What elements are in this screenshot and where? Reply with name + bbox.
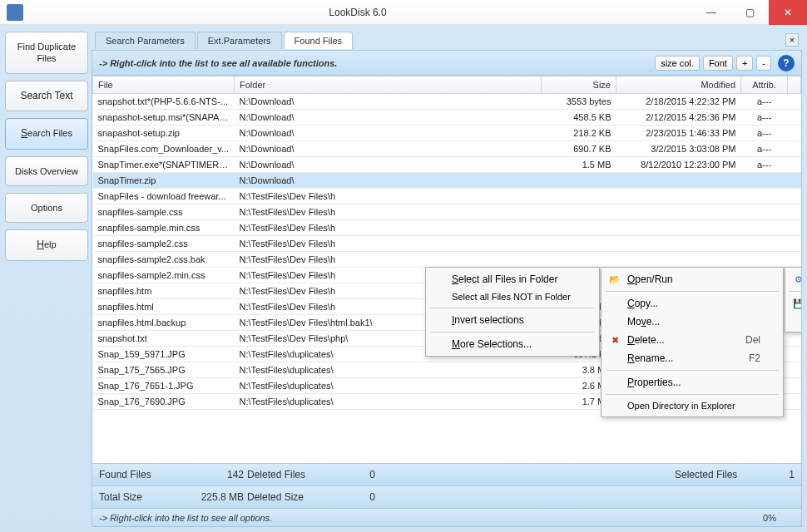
cell-file: snapshot.txt bbox=[93, 331, 235, 347]
menu-separator bbox=[606, 291, 779, 292]
cell-file: snapfiles-sample.css bbox=[93, 204, 235, 220]
table-row[interactable]: snapshot.txt*(PHP-5.6.6-NTS-...N:\Downlo… bbox=[93, 94, 801, 110]
cell-file: snapfiles-sample.min.css bbox=[93, 220, 235, 236]
font-minus-button[interactable]: - bbox=[756, 56, 771, 71]
cell-attrib bbox=[741, 220, 788, 236]
tab-close-icon[interactable]: × bbox=[785, 33, 799, 47]
cell-file: snapfiles-sample2.css.bak bbox=[93, 252, 235, 268]
context-menu-file: 📂Open/Run Copy... Move... ✖Delete...Del … bbox=[601, 267, 784, 417]
table-row[interactable]: snapashot-setup.zipN:\Download\218.2 KB2… bbox=[93, 126, 801, 141]
sidebar: Find Duplicate Files Search Text Search … bbox=[5, 30, 88, 527]
tab-ext-parameters[interactable]: Ext.Parameters bbox=[197, 32, 282, 49]
font-button[interactable]: Font bbox=[703, 56, 733, 71]
table-row[interactable]: SnapTimer.zipN:\Download\ bbox=[93, 173, 801, 189]
delete-icon: ✖ bbox=[609, 334, 621, 346]
sidebar-options[interactable]: Options bbox=[5, 193, 88, 223]
menu-print-list[interactable]: Print List... bbox=[788, 313, 801, 329]
menu-save-list[interactable]: 💾Save List... bbox=[788, 294, 801, 313]
cell-file: Snap_175_7565.JPG bbox=[93, 362, 235, 378]
menu-rename[interactable]: Rename...F2 bbox=[604, 349, 780, 367]
cell-file: snapashot-setup.msi*(SNAPAS... bbox=[93, 110, 235, 126]
cell-folder: N:\TestFiles\Dev Files\h bbox=[235, 189, 542, 204]
cell-modified bbox=[616, 173, 741, 189]
table-row[interactable]: snapashot-setup.msi*(SNAPAS...N:\Downloa… bbox=[93, 110, 801, 126]
cell-size: 3553 bytes bbox=[542, 94, 616, 110]
footer-tip: -> Right-click into the list to see all … bbox=[99, 513, 738, 523]
table-row[interactable]: SnapFiles - download freewar...N:\TestFi… bbox=[93, 189, 801, 204]
cell-folder: N:\Download\ bbox=[235, 157, 542, 173]
size-col-button[interactable]: size col. bbox=[655, 56, 700, 71]
cell-file: snapfiles-sample2.css bbox=[93, 236, 235, 252]
cell-folder: N:\TestFiles\duplicates\ bbox=[235, 362, 542, 378]
menu-open-run[interactable]: 📂Open/Run bbox=[604, 270, 780, 288]
col-file[interactable]: File bbox=[93, 76, 235, 94]
menu-separator bbox=[606, 370, 779, 371]
maximize-button[interactable]: ▢ bbox=[730, 0, 769, 25]
table-row[interactable]: SnapTimer.exe*(SNAPTIMER.ZIP)N:\Download… bbox=[93, 157, 801, 173]
font-plus-button[interactable]: + bbox=[736, 56, 753, 71]
table-row[interactable]: SnapFiles.com_Downloader_v...N:\Download… bbox=[93, 141, 801, 157]
table-row[interactable]: snapfiles-sample.cssN:\TestFiles\Dev Fil… bbox=[93, 204, 801, 220]
col-folder[interactable]: Folder bbox=[235, 76, 542, 94]
selected-files-label: Selected Files bbox=[675, 469, 758, 480]
menu-move[interactable]: Move... bbox=[604, 313, 780, 331]
table-row[interactable]: snapfiles-sample2.css.bakN:\TestFiles\De… bbox=[93, 252, 801, 268]
cell-file: snapfiles.htm bbox=[93, 283, 235, 299]
tab-search-parameters[interactable]: Search Parameters bbox=[95, 32, 196, 49]
menu-copy[interactable]: Copy... bbox=[604, 294, 780, 313]
col-scroll bbox=[788, 76, 801, 94]
sidebar-search-files[interactable]: Search Files bbox=[5, 118, 88, 150]
tab-found-files[interactable]: Found Files bbox=[284, 32, 353, 49]
cell-attrib: a--- bbox=[741, 110, 788, 126]
table-row[interactable]: snapfiles-sample2.cssN:\TestFiles\Dev Fi… bbox=[93, 236, 801, 252]
menu-more-selections[interactable]: More Selections... bbox=[428, 335, 597, 353]
window-title: LookDisk 6.0 bbox=[23, 7, 692, 18]
minimize-button[interactable]: — bbox=[692, 0, 730, 25]
col-modified[interactable]: Modified bbox=[616, 76, 741, 94]
file-table-wrap[interactable]: File Folder Size Modified Attrib. snapsh… bbox=[92, 76, 801, 463]
col-attrib[interactable]: Attrib. bbox=[741, 76, 788, 94]
help-icon[interactable]: ? bbox=[778, 55, 795, 71]
app-body: Find Duplicate Files Search Text Search … bbox=[0, 25, 807, 532]
cell-attrib: a--- bbox=[741, 157, 788, 173]
cell-modified: 3/2/2015 3:03:08 PM bbox=[616, 141, 741, 157]
deleted-size-value: 0 bbox=[325, 491, 375, 503]
cell-size bbox=[542, 252, 616, 268]
sidebar-search-text[interactable]: Search Text bbox=[5, 81, 88, 112]
found-files-label: Found Files bbox=[99, 469, 174, 480]
cell-modified: 2/23/2015 1:46:33 PM bbox=[616, 126, 741, 141]
menu-select-all-not-in-folder[interactable]: Select all Files NOT in Folder bbox=[428, 288, 597, 305]
cell-modified: 2/18/2015 4:22:32 PM bbox=[616, 94, 741, 110]
context-menu-list: ⚙List Options... 💾Save List... Print Lis… bbox=[785, 267, 801, 332]
status-row-2: Total Size 225.8 MB Deleted Size 0 bbox=[92, 485, 801, 508]
cell-size bbox=[542, 189, 616, 204]
total-size-label: Total Size bbox=[99, 491, 174, 503]
menu-delete[interactable]: ✖Delete...Del bbox=[604, 331, 780, 349]
cell-file: SnapTimer.zip bbox=[93, 173, 235, 189]
cell-file: SnapTimer.exe*(SNAPTIMER.ZIP) bbox=[93, 157, 235, 173]
deleted-files-value: 0 bbox=[325, 469, 375, 480]
sidebar-disks-overview[interactable]: Disks Overview bbox=[5, 156, 88, 186]
cell-file: Snap_159_5971.JPG bbox=[93, 347, 235, 362]
sidebar-find-duplicate[interactable]: Find Duplicate Files bbox=[5, 32, 88, 74]
menu-open-directory[interactable]: Open Directory in Explorer bbox=[604, 397, 780, 414]
cell-folder: N:\TestFiles\Dev Files\h bbox=[235, 252, 542, 268]
table-row[interactable]: snapfiles-sample.min.cssN:\TestFiles\Dev… bbox=[93, 220, 801, 236]
close-button[interactable]: ✕ bbox=[769, 0, 807, 25]
context-menu-selection: Select all Files in Folder Select all Fi… bbox=[425, 267, 600, 357]
main: Search Parameters Ext.Parameters Found F… bbox=[92, 30, 802, 527]
menu-invert-selections[interactable]: Invert selections bbox=[428, 311, 597, 329]
cell-attrib bbox=[741, 173, 788, 189]
col-size[interactable]: Size bbox=[542, 76, 616, 94]
footer-bar: -> Right-click into the list to see all … bbox=[92, 508, 801, 526]
menu-list-options[interactable]: ⚙List Options... bbox=[788, 270, 801, 288]
selected-files-value: 1 bbox=[761, 469, 795, 480]
cell-attrib: a--- bbox=[741, 126, 788, 141]
folder-icon: 📂 bbox=[609, 273, 621, 285]
cell-modified: 2/12/2015 4:25:36 PM bbox=[616, 110, 741, 126]
sidebar-help[interactable]: Help bbox=[5, 229, 88, 261]
menu-properties[interactable]: Properties... bbox=[604, 373, 780, 392]
deleted-size-label: Deleted Size bbox=[247, 491, 322, 503]
menu-select-all-in-folder[interactable]: Select all Files in Folder bbox=[428, 270, 597, 288]
content-pane: -> Right-click into the list to see all … bbox=[92, 50, 802, 527]
